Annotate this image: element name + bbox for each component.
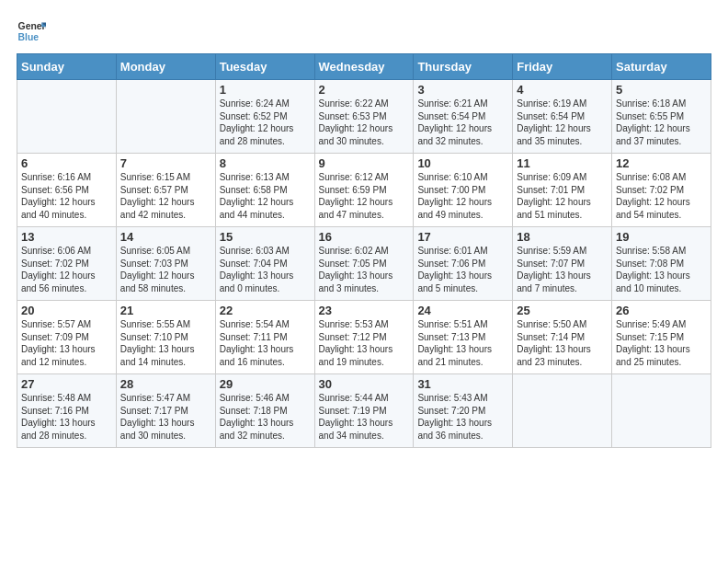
calendar-cell: 16Sunrise: 6:02 AM Sunset: 7:05 PM Dayli… [314,227,414,301]
day-number: 27 [21,377,112,391]
day-info: Sunrise: 6:22 AM Sunset: 6:53 PM Dayligh… [319,98,410,147]
logo: General Blue [17,17,46,46]
day-number: 3 [417,83,508,97]
day-info: Sunrise: 6:06 AM Sunset: 7:02 PM Dayligh… [21,245,112,294]
calendar-cell: 7Sunrise: 6:15 AM Sunset: 6:57 PM Daylig… [116,154,215,227]
day-info: Sunrise: 5:53 AM Sunset: 7:12 PM Dayligh… [319,318,410,368]
day-info: Sunrise: 6:21 AM Sunset: 6:54 PM Dayligh… [417,98,508,147]
day-info: Sunrise: 6:08 AM Sunset: 7:02 PM Dayligh… [616,171,707,221]
day-info: Sunrise: 6:02 AM Sunset: 7:05 PM Dayligh… [319,245,410,294]
calendar-cell: 3Sunrise: 6:21 AM Sunset: 6:54 PM Daylig… [414,80,513,154]
day-number: 21 [120,304,211,317]
day-number: 29 [220,377,311,391]
day-number: 4 [517,83,608,97]
calendar-page: General Blue SundayMondayTuesdayWednesda… [0,0,728,563]
day-number: 19 [616,230,707,244]
day-info: Sunrise: 6:16 AM Sunset: 6:56 PM Dayligh… [21,171,112,221]
day-info: Sunrise: 6:10 AM Sunset: 7:00 PM Dayligh… [417,171,508,221]
day-number: 11 [517,156,608,170]
day-info: Sunrise: 5:57 AM Sunset: 7:09 PM Dayligh… [21,318,112,368]
week-row-4: 20Sunrise: 5:57 AM Sunset: 7:09 PM Dayli… [17,301,711,374]
calendar-cell: 14Sunrise: 6:05 AM Sunset: 7:03 PM Dayli… [116,227,215,301]
calendar-cell: 10Sunrise: 6:10 AM Sunset: 7:00 PM Dayli… [414,154,513,227]
day-number: 24 [417,304,508,317]
logo-icon: General Blue [17,17,46,46]
weekday-header-saturday: Saturday [612,54,711,80]
day-number: 2 [319,83,410,97]
day-number: 31 [417,377,508,391]
day-number: 5 [616,83,707,97]
day-info: Sunrise: 5:47 AM Sunset: 7:17 PM Dayligh… [120,392,211,442]
day-number: 12 [616,156,707,170]
calendar-cell [116,80,215,154]
svg-text:Blue: Blue [18,32,40,42]
day-number: 16 [319,230,410,244]
calendar-cell: 23Sunrise: 5:53 AM Sunset: 7:12 PM Dayli… [314,301,414,374]
day-number: 20 [21,304,112,317]
day-number: 18 [517,230,608,244]
header: General Blue [17,17,711,46]
calendar-cell: 22Sunrise: 5:54 AM Sunset: 7:11 PM Dayli… [215,301,314,374]
calendar-cell: 13Sunrise: 6:06 AM Sunset: 7:02 PM Dayli… [17,227,117,301]
day-info: Sunrise: 5:48 AM Sunset: 7:16 PM Dayligh… [21,392,112,442]
week-row-2: 6Sunrise: 6:16 AM Sunset: 6:56 PM Daylig… [17,154,711,227]
calendar-cell: 1Sunrise: 6:24 AM Sunset: 6:52 PM Daylig… [215,80,314,154]
weekday-header-friday: Friday [513,54,612,80]
calendar-cell: 5Sunrise: 6:18 AM Sunset: 6:55 PM Daylig… [612,80,711,154]
weekday-header-sunday: Sunday [17,54,117,80]
calendar-cell [612,374,711,448]
day-number: 9 [319,156,410,170]
week-row-3: 13Sunrise: 6:06 AM Sunset: 7:02 PM Dayli… [17,227,711,301]
day-number: 17 [417,230,508,244]
day-number: 15 [220,230,311,244]
day-info: Sunrise: 6:12 AM Sunset: 6:59 PM Dayligh… [319,171,410,221]
calendar-cell: 9Sunrise: 6:12 AM Sunset: 6:59 PM Daylig… [314,154,414,227]
calendar-cell: 29Sunrise: 5:46 AM Sunset: 7:18 PM Dayli… [215,374,314,448]
calendar-cell: 27Sunrise: 5:48 AM Sunset: 7:16 PM Dayli… [17,374,117,448]
day-number: 8 [220,156,311,170]
calendar-cell: 6Sunrise: 6:16 AM Sunset: 6:56 PM Daylig… [17,154,117,227]
day-info: Sunrise: 6:18 AM Sunset: 6:55 PM Dayligh… [616,98,707,147]
day-info: Sunrise: 6:01 AM Sunset: 7:06 PM Dayligh… [417,245,508,294]
day-number: 14 [120,230,211,244]
day-number: 25 [517,304,608,317]
day-info: Sunrise: 5:44 AM Sunset: 7:19 PM Dayligh… [319,392,410,442]
calendar-cell [17,80,117,154]
day-info: Sunrise: 6:19 AM Sunset: 6:54 PM Dayligh… [517,98,608,147]
day-number: 28 [120,377,211,391]
day-number: 23 [319,304,410,317]
day-info: Sunrise: 6:03 AM Sunset: 7:04 PM Dayligh… [220,245,311,294]
calendar-cell: 21Sunrise: 5:55 AM Sunset: 7:10 PM Dayli… [116,301,215,374]
calendar-cell: 8Sunrise: 6:13 AM Sunset: 6:58 PM Daylig… [215,154,314,227]
day-info: Sunrise: 6:15 AM Sunset: 6:57 PM Dayligh… [120,171,211,221]
day-number: 22 [220,304,311,317]
calendar-cell: 17Sunrise: 6:01 AM Sunset: 7:06 PM Dayli… [414,227,513,301]
day-info: Sunrise: 5:43 AM Sunset: 7:20 PM Dayligh… [417,392,508,442]
day-number: 26 [616,304,707,317]
day-info: Sunrise: 6:09 AM Sunset: 7:01 PM Dayligh… [517,171,608,221]
calendar-cell: 30Sunrise: 5:44 AM Sunset: 7:19 PM Dayli… [314,374,414,448]
day-info: Sunrise: 5:49 AM Sunset: 7:15 PM Dayligh… [616,318,707,368]
day-info: Sunrise: 5:55 AM Sunset: 7:10 PM Dayligh… [120,318,211,368]
day-number: 7 [120,156,211,170]
weekday-header-tuesday: Tuesday [215,54,314,80]
day-info: Sunrise: 5:59 AM Sunset: 7:07 PM Dayligh… [517,245,608,294]
day-number: 13 [21,230,112,244]
calendar-cell: 18Sunrise: 5:59 AM Sunset: 7:07 PM Dayli… [513,227,612,301]
day-info: Sunrise: 5:46 AM Sunset: 7:18 PM Dayligh… [220,392,311,442]
calendar-cell: 4Sunrise: 6:19 AM Sunset: 6:54 PM Daylig… [513,80,612,154]
day-number: 1 [220,83,311,97]
day-info: Sunrise: 5:50 AM Sunset: 7:14 PM Dayligh… [517,318,608,368]
calendar-cell: 31Sunrise: 5:43 AM Sunset: 7:20 PM Dayli… [414,374,513,448]
calendar-cell: 26Sunrise: 5:49 AM Sunset: 7:15 PM Dayli… [612,301,711,374]
calendar-cell: 19Sunrise: 5:58 AM Sunset: 7:08 PM Dayli… [612,227,711,301]
day-number: 6 [21,156,112,170]
day-number: 30 [319,377,410,391]
calendar-table: SundayMondayTuesdayWednesdayThursdayFrid… [17,53,711,448]
calendar-cell [513,374,612,448]
week-row-1: 1Sunrise: 6:24 AM Sunset: 6:52 PM Daylig… [17,80,711,154]
day-info: Sunrise: 5:51 AM Sunset: 7:13 PM Dayligh… [417,318,508,368]
weekday-header-row: SundayMondayTuesdayWednesdayThursdayFrid… [17,54,711,80]
calendar-cell: 20Sunrise: 5:57 AM Sunset: 7:09 PM Dayli… [17,301,117,374]
calendar-cell: 2Sunrise: 6:22 AM Sunset: 6:53 PM Daylig… [314,80,414,154]
